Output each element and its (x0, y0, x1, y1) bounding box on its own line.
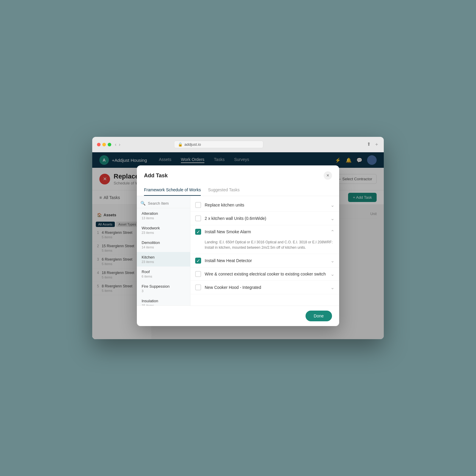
url-text: addjust.io (184, 142, 201, 147)
item-row: ✓ Install New Heat Detector ⌄ (190, 254, 339, 267)
item-row: Wire & connect existing electrical cooke… (190, 267, 339, 281)
close-button[interactable] (97, 143, 101, 146)
item-label-0: Replace kitchen units (205, 203, 327, 207)
category-alteration[interactable]: Alteration 13 items (137, 208, 190, 223)
modal-footer: Done (137, 306, 339, 326)
chevron-down-icon[interactable]: ⌄ (331, 285, 334, 290)
screen: ‹ › 🔒 addjust.io ⬆ ＋ A +Addjust Housing … (92, 137, 384, 339)
item-label-4: Wire & connect existing electrical cooke… (205, 272, 327, 276)
category-fire-suppession[interactable]: Fire Suppession 3 (137, 281, 190, 296)
search-icon: 🔍 (140, 201, 145, 206)
forward-button[interactable]: › (119, 142, 120, 147)
search-input[interactable] (148, 201, 190, 206)
category-insulation[interactable]: Insulation 15 items (137, 296, 190, 306)
items-list: Replace kitchen units ⌄ 2 x kitchen wall… (190, 196, 339, 306)
item-label-1: 2 x kitchen wall Units (0.6mWide) (205, 216, 327, 221)
item-checkbox-1[interactable] (195, 215, 201, 221)
done-button[interactable]: Done (306, 311, 332, 321)
new-tab-icon[interactable]: ＋ (374, 141, 379, 148)
item-label-5: New Cooker Hood - Integrated (205, 285, 327, 290)
tab-suggested[interactable]: Suggested Tasks (208, 184, 239, 196)
category-demolition[interactable]: Demolition 14 items (137, 237, 190, 252)
modal-header: Add Task × (137, 165, 339, 180)
item-description-2: Landing: E.I. 650rf Optical or E.I 3016 … (195, 238, 334, 250)
item-checkbox-4[interactable] (195, 271, 201, 277)
item-checkbox-2[interactable]: ✓ (195, 229, 201, 235)
category-kitchen[interactable]: Kitchen 23 items (137, 252, 190, 267)
modal-body: 🔍 Alteration 13 items Woodwork 23 items (137, 196, 339, 306)
minimize-button[interactable] (102, 143, 106, 146)
browser-chrome: ‹ › 🔒 addjust.io ⬆ ＋ (92, 137, 384, 152)
item-checkbox-3[interactable]: ✓ (195, 258, 201, 264)
item-row-top: ✓ Install New Smoke Alarm ⌃ (195, 229, 334, 235)
app-container: A +Addjust Housing Assets Work Orders Ta… (92, 152, 384, 339)
item-row: Replace kitchen units ⌄ (190, 198, 339, 212)
search-box: 🔍 (137, 198, 190, 208)
item-checkbox-5[interactable] (195, 284, 201, 290)
item-row: ✓ Install New Smoke Alarm ⌃ Landing: E.I… (190, 225, 339, 254)
traffic-lights (97, 143, 111, 146)
modal-title: Add Task (144, 173, 168, 179)
close-icon: × (326, 173, 329, 178)
browser-actions: ⬆ ＋ (367, 141, 379, 148)
category-woodwork[interactable]: Woodwork 23 items (137, 223, 190, 237)
modal-tabs: Framework Schedule of Works Suggested Ta… (137, 184, 339, 196)
category-sidebar: 🔍 Alteration 13 items Woodwork 23 items (137, 196, 190, 306)
browser-nav: ‹ › (115, 142, 120, 147)
chevron-up-icon[interactable]: ⌃ (331, 229, 334, 235)
add-task-modal: Add Task × Framework Schedule of Works S… (137, 165, 339, 326)
chevron-down-icon[interactable]: ⌄ (331, 258, 334, 264)
share-icon[interactable]: ⬆ (367, 141, 371, 148)
chevron-down-icon[interactable]: ⌄ (331, 271, 334, 277)
lock-icon: 🔒 (178, 142, 183, 147)
back-button[interactable]: ‹ (115, 142, 116, 147)
chevron-down-icon[interactable]: ⌄ (331, 202, 334, 208)
item-label-2: Install New Smoke Alarm (205, 229, 327, 234)
modal-close-button[interactable]: × (324, 171, 332, 180)
item-label-3: Install New Heat Detector (205, 258, 327, 263)
item-row: 2 x kitchen wall Units (0.6mWide) ⌄ (190, 212, 339, 225)
item-checkbox-0[interactable] (195, 202, 201, 208)
modal-overlay[interactable]: Add Task × Framework Schedule of Works S… (92, 152, 384, 339)
tab-framework[interactable]: Framework Schedule of Works (144, 184, 201, 196)
maximize-button[interactable] (108, 143, 111, 146)
chevron-down-icon[interactable]: ⌄ (331, 216, 334, 221)
address-bar[interactable]: 🔒 addjust.io (174, 141, 263, 148)
category-roof[interactable]: Roof 6 items (137, 267, 190, 281)
item-row: New Cooker Hood - Integrated ⌄ (190, 281, 339, 294)
